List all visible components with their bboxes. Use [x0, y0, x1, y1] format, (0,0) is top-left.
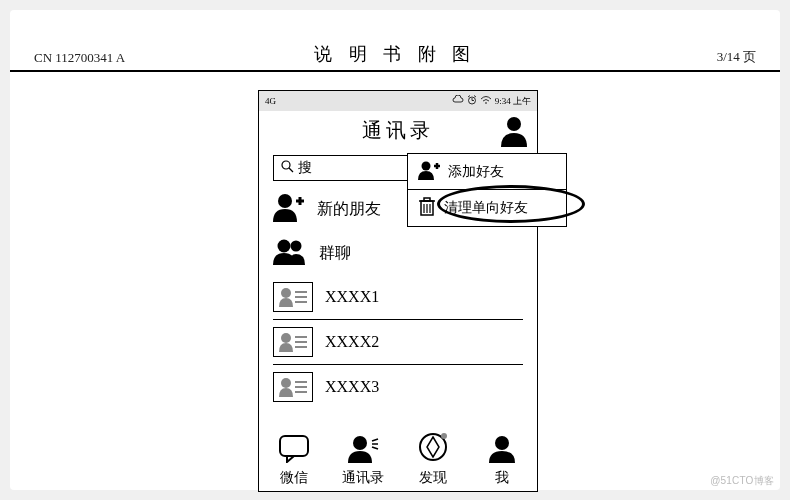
row-contact-2[interactable]: XXXX2	[259, 320, 537, 364]
contact-2-label: XXXX2	[325, 333, 379, 351]
tab-wechat[interactable]: 微信	[259, 427, 329, 491]
phone-mockup: 4G 9:34 上午 通讯录	[258, 90, 538, 492]
svg-point-18	[278, 194, 292, 208]
svg-line-37	[372, 439, 378, 441]
tab-me-label: 我	[495, 469, 509, 487]
menu-clean-friends-label: 清理单向好友	[444, 199, 528, 217]
bottom-nav: 微信 通讯录 发现 我	[259, 427, 537, 491]
svg-rect-14	[424, 198, 430, 201]
search-icon	[280, 159, 294, 177]
tab-contacts[interactable]: 通讯录	[329, 427, 399, 491]
watermark: @51CTO博客	[710, 474, 774, 488]
tab-me[interactable]: 我	[468, 427, 538, 491]
signal-label: 4G	[265, 96, 276, 106]
group-chat-icon	[273, 237, 307, 269]
svg-point-41	[441, 433, 447, 439]
svg-line-2	[474, 96, 476, 98]
search-input[interactable]: 搜	[273, 155, 413, 181]
svg-point-5	[485, 102, 487, 104]
tab-wechat-label: 微信	[280, 469, 308, 487]
svg-point-42	[495, 436, 509, 450]
discover-icon	[417, 431, 449, 467]
contact-3-label: XXXX3	[325, 378, 379, 396]
me-icon	[487, 433, 517, 467]
tab-discover[interactable]: 发现	[398, 427, 468, 491]
tab-discover-label: 发现	[419, 469, 447, 487]
app-title: 通讯录	[362, 117, 434, 144]
svg-point-22	[291, 241, 302, 252]
context-menu: 添加好友 清理单向好友	[407, 153, 567, 227]
status-bar: 4G 9:34 上午	[259, 91, 537, 111]
new-friend-icon	[273, 192, 305, 226]
contacts-icon	[346, 433, 380, 467]
row-contact-3[interactable]: XXXX3	[259, 365, 537, 409]
chat-icon	[277, 433, 311, 467]
trash-icon	[418, 196, 436, 220]
document-title: 说 明 书 附 图	[10, 42, 780, 66]
svg-point-21	[278, 240, 291, 253]
document-page: CN 112700341 A 说 明 书 附 图 3/14 页 4G 9:34 …	[10, 10, 780, 490]
add-friend-icon	[418, 160, 440, 184]
svg-point-7	[282, 161, 290, 169]
alarm-icon	[467, 95, 477, 107]
svg-line-1	[468, 96, 470, 98]
new-friends-label: 新的朋友	[317, 199, 381, 220]
svg-point-27	[281, 333, 291, 343]
app-header: 通讯录	[259, 111, 537, 149]
row-group-chat[interactable]: 群聊	[259, 231, 537, 275]
document-header: CN 112700341 A 说 明 书 附 图 3/14 页	[10, 38, 780, 72]
svg-rect-35	[280, 436, 308, 456]
contact-1-label: XXXX1	[325, 288, 379, 306]
status-time: 9:34 上午	[495, 95, 531, 108]
contact-card-icon	[273, 327, 313, 357]
svg-point-31	[281, 378, 291, 388]
svg-point-6	[507, 117, 521, 131]
contact-card-icon	[273, 282, 313, 312]
profile-icon[interactable]	[497, 113, 531, 151]
group-chat-label: 群聊	[319, 243, 351, 264]
menu-add-friend-label: 添加好友	[448, 163, 504, 181]
row-contact-1[interactable]: XXXX1	[259, 275, 537, 319]
wifi-icon	[480, 95, 492, 107]
svg-line-8	[289, 168, 293, 172]
search-placeholder: 搜	[298, 159, 312, 177]
cloud-icon	[452, 95, 464, 107]
svg-point-9	[422, 161, 431, 170]
svg-line-39	[372, 447, 378, 449]
svg-point-36	[353, 436, 367, 450]
menu-clean-friends[interactable]: 清理单向好友	[408, 190, 566, 226]
contact-card-icon	[273, 372, 313, 402]
svg-point-23	[281, 288, 291, 298]
tab-contacts-label: 通讯录	[342, 469, 384, 487]
menu-add-friend[interactable]: 添加好友	[408, 154, 566, 190]
